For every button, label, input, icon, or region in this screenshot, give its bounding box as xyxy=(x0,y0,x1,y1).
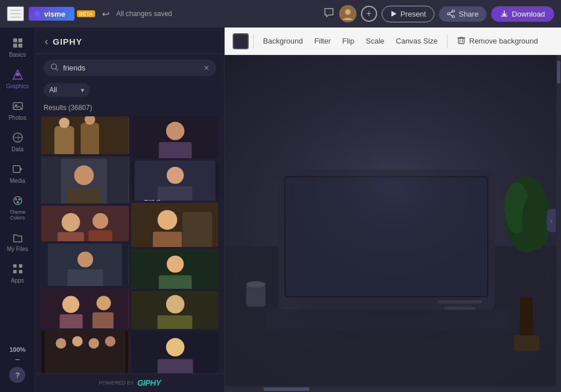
toolbar-separator xyxy=(253,34,254,48)
color-swatch[interactable] xyxy=(233,33,249,49)
sidebar-icons: Basics Graphics Photos Data Media xyxy=(0,28,36,392)
svg-rect-52 xyxy=(68,269,103,286)
gif-item[interactable] xyxy=(41,116,129,154)
trash-icon xyxy=(457,36,466,46)
svg-point-63 xyxy=(105,336,115,346)
results-count: Results (36807) xyxy=(36,101,224,116)
sidebar-item-apps[interactable]: Apps xyxy=(2,258,34,288)
avatar[interactable] xyxy=(339,5,356,22)
giphy-panel-title: GIPHY xyxy=(53,37,83,46)
search-input[interactable] xyxy=(63,64,199,72)
share-icon xyxy=(447,10,455,18)
svg-line-32 xyxy=(56,69,58,71)
filter-select[interactable]: All GIFs Stickers Clips xyxy=(44,83,90,97)
svg-rect-70 xyxy=(157,187,192,201)
gif-item[interactable]: THAT IS BRAND NEW INFORMATION! xyxy=(41,206,129,241)
toolbar-separator-2 xyxy=(447,34,448,48)
gif-item[interactable] xyxy=(131,291,219,328)
svg-rect-12 xyxy=(18,38,22,42)
svg-rect-30 xyxy=(19,270,22,273)
gif-item[interactable] xyxy=(131,249,219,289)
canvas-area: Background Filter Flip Scale Canvas Size… xyxy=(225,28,561,392)
svg-point-74 xyxy=(157,210,176,229)
gif-item[interactable] xyxy=(41,331,129,373)
play-icon xyxy=(390,10,397,17)
gif-thumbnail xyxy=(131,331,219,373)
scrollbar-thumb[interactable] xyxy=(557,61,560,84)
help-button[interactable]: ? xyxy=(9,367,25,383)
svg-rect-53 xyxy=(41,288,129,328)
comment-button[interactable] xyxy=(323,7,335,21)
sidebar-item-media[interactable]: Media xyxy=(2,158,34,189)
sidebar-item-theme-colors[interactable]: Theme Colors xyxy=(2,190,34,225)
gif-thumbnail xyxy=(41,156,129,203)
back-button[interactable]: ‹ xyxy=(45,36,48,48)
gif-item[interactable] xyxy=(41,288,129,328)
collapse-panel-button[interactable]: › xyxy=(547,209,556,232)
svg-point-26 xyxy=(17,201,19,203)
svg-rect-35 xyxy=(81,123,99,154)
svg-point-62 xyxy=(89,338,99,348)
svg-rect-79 xyxy=(159,275,191,289)
sidebar-item-data[interactable]: Data xyxy=(2,127,34,157)
svg-rect-66 xyxy=(159,142,191,158)
gif-item[interactable] xyxy=(41,244,129,286)
giphy-logo: GIPHY xyxy=(137,378,160,387)
giphy-branding: POWERED BY GIPHY xyxy=(36,373,224,392)
scale-button[interactable]: Scale xyxy=(361,34,389,48)
h-scrollbar-thumb[interactable] xyxy=(264,387,309,391)
svg-rect-85 xyxy=(157,359,193,373)
beta-badge: BETA xyxy=(77,10,95,17)
logo-image: visme xyxy=(29,7,74,21)
flip-button[interactable]: Flip xyxy=(338,34,359,48)
vertical-scrollbar[interactable] xyxy=(556,55,561,386)
gif-grid: THAT IS BRAND NEW INFORMATION! xyxy=(36,116,224,373)
svg-point-4 xyxy=(345,9,351,15)
svg-text:THIS IS: THIS IS xyxy=(144,199,160,200)
download-button[interactable]: Download xyxy=(491,6,554,22)
menu-button[interactable] xyxy=(7,6,24,21)
svg-rect-82 xyxy=(157,316,192,329)
gif-item[interactable]: THIS IS UNBELIEVABLE! xyxy=(131,160,219,200)
undo-button[interactable]: ↩ xyxy=(100,6,112,22)
svg-point-81 xyxy=(166,295,184,313)
sidebar-item-my-files[interactable]: My Files xyxy=(2,226,34,257)
gif-item[interactable] xyxy=(131,331,219,373)
background-button[interactable]: Background xyxy=(258,34,307,48)
sidebar-item-graphics[interactable]: Graphics xyxy=(2,64,34,94)
svg-point-69 xyxy=(166,167,183,184)
media-icon xyxy=(11,163,24,175)
share-button[interactable]: Share xyxy=(439,6,487,22)
remove-background-button[interactable]: Remove background xyxy=(452,33,543,49)
filter-button[interactable]: Filter xyxy=(309,34,335,48)
gif-thumbnail xyxy=(131,116,219,158)
svg-rect-34 xyxy=(54,126,74,154)
horizontal-scrollbar[interactable] xyxy=(225,386,561,392)
sidebar-item-photos[interactable]: Photos xyxy=(2,95,34,126)
data-icon xyxy=(11,131,24,144)
clear-search-button[interactable]: × xyxy=(204,64,209,73)
svg-point-60 xyxy=(56,338,66,348)
svg-rect-28 xyxy=(19,264,22,268)
present-button[interactable]: Present xyxy=(382,6,435,22)
svg-point-8 xyxy=(448,13,450,15)
sidebar-item-basics[interactable]: Basics xyxy=(2,32,34,62)
main-area: Basics Graphics Photos Data Media xyxy=(0,28,561,392)
gif-item[interactable] xyxy=(131,203,219,247)
svg-point-65 xyxy=(166,121,184,140)
canvas-size-button[interactable]: Canvas Size xyxy=(391,34,442,48)
svg-point-7 xyxy=(452,15,454,18)
svg-rect-55 xyxy=(60,314,83,328)
gif-item[interactable] xyxy=(131,116,219,158)
canvas-container[interactable]: › xyxy=(225,55,561,386)
svg-text:visme: visme xyxy=(44,10,65,18)
download-icon xyxy=(500,10,508,18)
zoom-minus-button[interactable]: − xyxy=(15,355,20,364)
svg-point-84 xyxy=(166,338,184,356)
svg-point-31 xyxy=(52,64,57,69)
theme-colors-icon xyxy=(11,194,24,207)
gif-thumbnail xyxy=(41,331,129,373)
add-collaborator-button[interactable]: + xyxy=(361,6,377,22)
svg-marker-22 xyxy=(20,167,22,171)
gif-item[interactable] xyxy=(41,156,129,203)
